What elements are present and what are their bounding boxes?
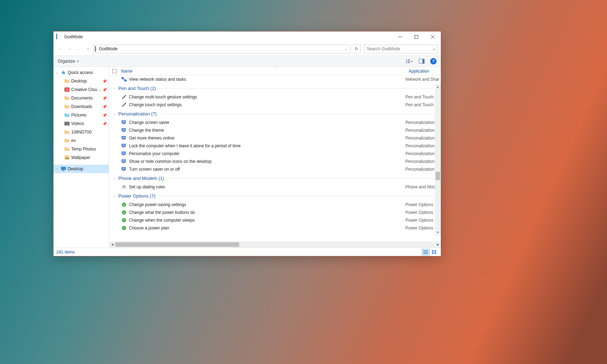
scroll-thumb[interactable]: [435, 172, 440, 180]
vertical-scrollbar[interactable]: ▲ ▼: [435, 84, 441, 235]
list-item[interactable]: Get more themes onlinePersonalization: [109, 134, 441, 142]
folder-icon: [64, 146, 70, 152]
control-panel-icon: [56, 34, 62, 40]
chevron-down-icon[interactable]: ⌄: [113, 86, 116, 90]
column-header: ⌃ Name Application: [109, 67, 441, 75]
sidebar-item[interactable]: 108ND700: [54, 128, 109, 136]
group-title: Pen and Touch (2): [118, 86, 156, 91]
group-header[interactable]: ⌄Personalization (7): [109, 109, 441, 119]
scroll-right-button[interactable]: ▶: [435, 241, 441, 248]
svg-rect-31: [122, 121, 125, 123]
item-name: Change touch input settings: [129, 102, 405, 107]
sidebar-item[interactable]: Creative Cloud Fi📌: [54, 85, 109, 94]
back-button[interactable]: ←: [56, 45, 64, 53]
group-header[interactable]: ⌄Pen and Touch (2): [109, 83, 441, 93]
list-item[interactable]: Choose a power planPower Options: [109, 224, 441, 232]
column-application[interactable]: Application: [405, 69, 441, 74]
scroll-left-button[interactable]: ◀: [109, 241, 115, 248]
sidebar-item[interactable]: Temp Photos: [54, 145, 109, 153]
minimize-button[interactable]: [392, 32, 408, 42]
item-name: Choose a power plan: [129, 226, 405, 231]
maximize-button[interactable]: [408, 32, 425, 42]
svg-rect-22: [113, 69, 117, 73]
svg-rect-60: [432, 250, 434, 252]
search-input[interactable]: [367, 46, 433, 51]
chevron-right-icon[interactable]: ›: [56, 167, 61, 171]
item-icon: [121, 102, 127, 108]
item-icon: [121, 217, 127, 223]
svg-rect-50: [123, 170, 124, 171]
horizontal-scrollbar[interactable]: ◀ ▶: [109, 241, 441, 248]
list-item[interactable]: View network status and tasksNetwork and…: [109, 75, 441, 83]
address-dropdown[interactable]: ⌄: [343, 47, 349, 51]
sidebar-item-label: Pictures: [71, 113, 102, 118]
svg-rect-49: [122, 168, 125, 170]
breadcrumb-location[interactable]: GodMode: [97, 46, 120, 51]
list-item[interactable]: Change power-saving settingsPower Option…: [109, 201, 441, 209]
list-item[interactable]: Change screen saverPersonalization: [109, 119, 441, 126]
help-button[interactable]: ?: [430, 58, 437, 64]
chevron-down-icon[interactable]: ⌄: [113, 194, 116, 198]
sidebar-item[interactable]: ev: [54, 136, 109, 145]
list-item[interactable]: Change touch input settingsPen and Touch: [109, 101, 441, 109]
list-item[interactable]: Set up dialing rulesPhone and Moder: [109, 183, 441, 191]
list-item[interactable]: Change when the computer sleepsPower Opt…: [109, 216, 441, 224]
chevron-down-icon[interactable]: ⌄: [56, 71, 61, 74]
address-bar[interactable]: › GodMode ⌄: [93, 45, 351, 53]
organize-label: Organize: [58, 59, 75, 64]
svg-rect-5: [408, 59, 410, 60]
large-icons-view-button[interactable]: [430, 249, 438, 255]
up-button[interactable]: ↑: [84, 45, 92, 53]
sidebar-item[interactable]: Pictures📌: [54, 111, 109, 119]
group-header[interactable]: ⌄Power Options (7): [109, 191, 441, 201]
svg-rect-7: [408, 61, 410, 62]
list-item[interactable]: Change what the power buttons doPower Op…: [109, 209, 441, 216]
sidebar-item[interactable]: Desktop📌: [54, 77, 109, 85]
scroll-down-button[interactable]: ▼: [435, 229, 441, 235]
item-icon: [121, 166, 127, 172]
search-icon[interactable]: ⌕: [433, 46, 435, 51]
toolbar: Organize ▼ ▼ ?: [54, 56, 441, 67]
list-item[interactable]: Lock the computer when I leave it alone …: [109, 142, 441, 150]
item-icon: [121, 76, 127, 82]
item-name: Show or hide common icons on the desktop: [129, 159, 405, 164]
scroll-up-button[interactable]: ▲: [435, 84, 441, 90]
recent-dropdown[interactable]: ⌄: [75, 45, 83, 53]
pin-icon: 📌: [102, 96, 107, 100]
list-item[interactable]: Personalize your computerPersonalization: [109, 150, 441, 158]
sidebar-item[interactable]: Videos📌: [54, 119, 109, 128]
item-name: Personalize your computer: [129, 151, 405, 156]
sidebar-item[interactable]: Documents📌: [54, 94, 109, 102]
pin-icon: 📌: [102, 79, 107, 83]
organize-menu[interactable]: Organize ▼: [58, 59, 79, 64]
list-item[interactable]: Change the themePersonalization: [109, 126, 441, 134]
sidebar-item[interactable]: Wallpaper: [54, 153, 109, 162]
group-header[interactable]: ⌄Phone and Modem (1): [109, 173, 441, 183]
sidebar-desktop[interactable]: › Desktop: [54, 165, 109, 173]
navigation-pane: ⌄ Quick access Desktop📌Creative Cloud Fi…: [54, 67, 109, 248]
sidebar-item-label: Videos: [71, 121, 102, 126]
group-title: Phone and Modem (1): [118, 176, 164, 181]
select-all-checkbox[interactable]: [109, 69, 120, 73]
sidebar-item[interactable]: Downloads📌: [54, 102, 109, 111]
sidebar-quick-access[interactable]: ⌄ Quick access: [54, 68, 109, 77]
close-button[interactable]: [425, 32, 441, 42]
column-name[interactable]: Name: [120, 69, 405, 74]
list-item[interactable]: Show or hide common icons on the desktop…: [109, 158, 441, 165]
view-options-button[interactable]: ▼: [406, 58, 413, 65]
search-box[interactable]: ⌕: [364, 45, 438, 53]
chevron-down-icon[interactable]: ⌄: [113, 176, 116, 180]
svg-rect-1: [415, 35, 418, 39]
chevron-down-icon[interactable]: ⌄: [113, 112, 116, 115]
details-view-button[interactable]: [422, 249, 429, 255]
svg-rect-61: [434, 250, 436, 252]
pin-icon: 📌: [102, 113, 107, 117]
refresh-button[interactable]: ↻: [352, 45, 361, 53]
list-item[interactable]: Turn screen saver on or offPersonalizati…: [109, 165, 441, 173]
scroll-thumb[interactable]: [115, 242, 239, 247]
forward-button[interactable]: →: [66, 45, 73, 53]
sidebar-item-label: Temp Photos: [71, 147, 109, 152]
preview-pane-button[interactable]: [418, 58, 425, 65]
pin-icon: 📌: [102, 122, 107, 126]
list-item[interactable]: Change multi-touch gesture settingsPen a…: [109, 93, 441, 101]
